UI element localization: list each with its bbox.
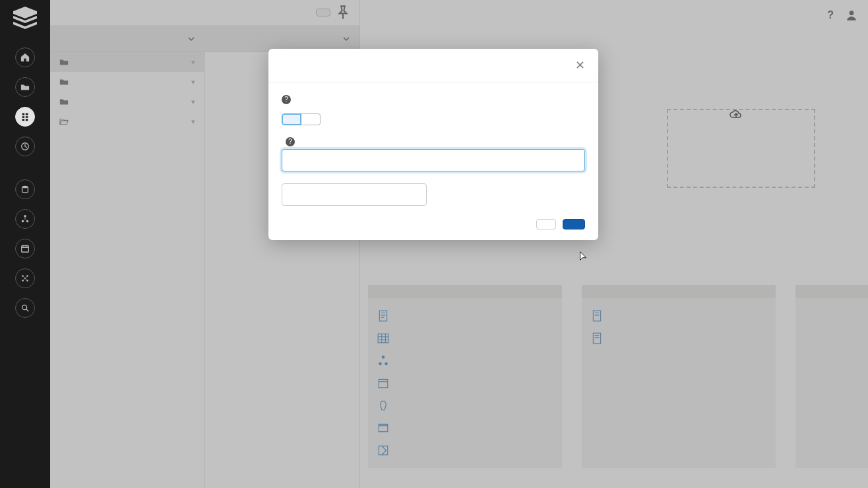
left-rail [0, 0, 50, 488]
nav-data[interactable] [5, 175, 45, 204]
nav-jobs[interactable] [5, 235, 45, 263]
databricks-logo-icon [12, 7, 38, 29]
modal-subtitle: ? [282, 93, 585, 104]
nav-clusters[interactable] [5, 205, 45, 233]
svg-point-1 [22, 186, 28, 189]
git-url-input[interactable] [282, 149, 585, 171]
nav-workspace[interactable] [5, 73, 45, 102]
git-url-label: ? [282, 137, 585, 146]
svg-point-10 [22, 305, 27, 310]
help-icon[interactable]: ? [282, 95, 291, 104]
nav-home[interactable] [5, 44, 45, 72]
nav-models[interactable] [5, 264, 45, 293]
svg-point-2 [24, 215, 26, 218]
nav-projects[interactable] [5, 103, 45, 131]
svg-rect-5 [22, 246, 29, 253]
cancel-button[interactable] [536, 219, 556, 229]
tab-add-git-later[interactable] [301, 113, 321, 125]
project-name-input[interactable] [282, 183, 427, 206]
tab-clone-from-git[interactable] [282, 113, 301, 125]
create-mode-segmented [282, 113, 585, 125]
create-button[interactable] [563, 219, 585, 229]
help-icon[interactable]: ? [286, 137, 295, 146]
create-project-modal: ✕ ? ? [268, 49, 598, 240]
nav-recents[interactable] [5, 133, 45, 161]
nav-search[interactable] [5, 294, 45, 322]
close-icon[interactable]: ✕ [575, 58, 585, 73]
